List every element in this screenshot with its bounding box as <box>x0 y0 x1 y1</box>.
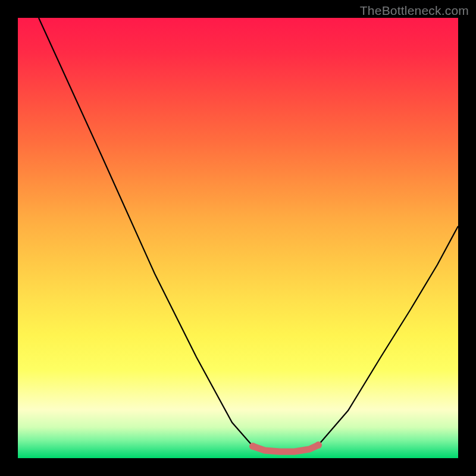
chart-plot-area <box>18 18 458 458</box>
chart-svg <box>18 18 458 458</box>
valley-dot-right <box>315 441 322 449</box>
valley-dot-left <box>249 443 256 450</box>
watermark-text: TheBottleneck.com <box>360 4 469 18</box>
valley-floor <box>253 445 318 452</box>
left-curve <box>39 18 253 446</box>
right-curve <box>318 226 458 445</box>
